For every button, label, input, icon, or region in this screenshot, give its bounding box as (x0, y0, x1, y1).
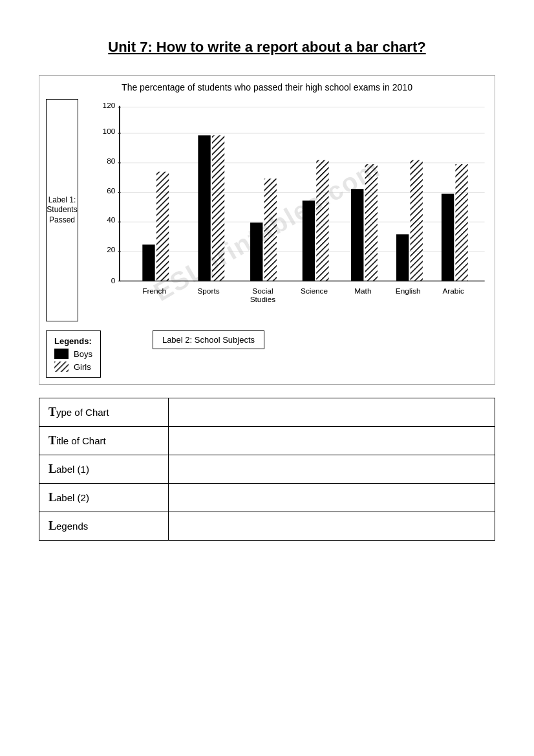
svg-rect-33 (396, 234, 409, 281)
legend-box: Legends: Boys Girls (46, 330, 101, 378)
table-row: Legends (39, 512, 495, 541)
svg-text:80: 80 (107, 157, 116, 165)
svg-rect-24 (156, 172, 169, 281)
svg-text:120: 120 (103, 101, 116, 109)
table-label-cell: Label (2) (39, 484, 169, 512)
table-value-cell (169, 427, 495, 455)
chart-wrapper: Label 1: Students Passed 0 20 (46, 99, 488, 321)
table-label-cell: Title of Chart (39, 427, 169, 455)
svg-text:Math: Math (354, 286, 371, 295)
chart-section: ESLprintables.com The percentage of stud… (39, 75, 495, 385)
svg-text:Studies: Studies (250, 296, 276, 304)
table-label-cell: Type of Chart (39, 398, 169, 427)
table-value-cell (169, 455, 495, 484)
label-prefix: T (48, 434, 56, 447)
table-row: Label (2) (39, 484, 495, 512)
table-row: Title of Chart (39, 427, 495, 455)
svg-text:Arabic: Arabic (442, 286, 464, 295)
svg-rect-25 (198, 135, 210, 281)
bar-chart: 0 20 40 60 80 100 (85, 99, 488, 319)
svg-text:English: English (396, 286, 421, 295)
svg-text:Social: Social (252, 286, 273, 295)
svg-rect-35 (442, 194, 454, 281)
svg-rect-34 (411, 160, 423, 281)
table-label-cell: Label (1) (39, 455, 169, 484)
legend-boys-item: Boys (54, 349, 92, 359)
legend-girls-item: Girls (54, 362, 92, 372)
svg-rect-27 (250, 222, 262, 281)
boys-swatch (54, 349, 69, 359)
table-label-cell: Legends (39, 512, 169, 541)
legend-title: Legends: (54, 336, 92, 346)
y-axis-label: Label 1: Students Passed (46, 99, 78, 321)
chart-title: The percentage of students who passed th… (46, 82, 488, 92)
table-value-cell (169, 484, 495, 512)
table-value-cell (169, 398, 495, 427)
svg-rect-32 (365, 164, 378, 281)
x-axis-label: Label 2: School Subjects (153, 330, 264, 349)
svg-rect-30 (316, 160, 328, 281)
chart-area: 0 20 40 60 80 100 (78, 99, 488, 321)
label-prefix: L (48, 491, 56, 504)
table-value-cell (169, 512, 495, 541)
svg-rect-23 (142, 244, 155, 281)
svg-rect-46 (54, 362, 69, 372)
svg-rect-36 (455, 164, 467, 281)
svg-rect-29 (303, 200, 315, 281)
svg-text:French: French (142, 286, 166, 295)
legend-boys-label: Boys (74, 349, 92, 359)
info-table: Type of ChartTitle of ChartLabel (1)Labe… (39, 398, 495, 541)
page-title: Unit 7: How to write a report about a ba… (39, 39, 495, 56)
girls-swatch (54, 362, 69, 372)
label-prefix: T (48, 405, 56, 418)
legend-row: Legends: Boys Girls Label 2: School Subj… (46, 325, 488, 378)
svg-rect-31 (351, 189, 363, 281)
svg-text:0: 0 (111, 276, 116, 285)
svg-text:40: 40 (107, 215, 116, 224)
table-row: Type of Chart (39, 398, 495, 427)
label-prefix: L (48, 519, 56, 532)
label-prefix: L (48, 462, 56, 475)
svg-text:Science: Science (301, 286, 328, 295)
svg-rect-26 (212, 135, 224, 281)
svg-text:20: 20 (107, 245, 116, 254)
table-row: Label (1) (39, 455, 495, 484)
svg-text:60: 60 (107, 186, 116, 195)
svg-text:Sports: Sports (197, 286, 219, 295)
svg-text:100: 100 (103, 127, 116, 135)
svg-rect-28 (264, 178, 277, 281)
legend-girls-label: Girls (74, 362, 91, 372)
